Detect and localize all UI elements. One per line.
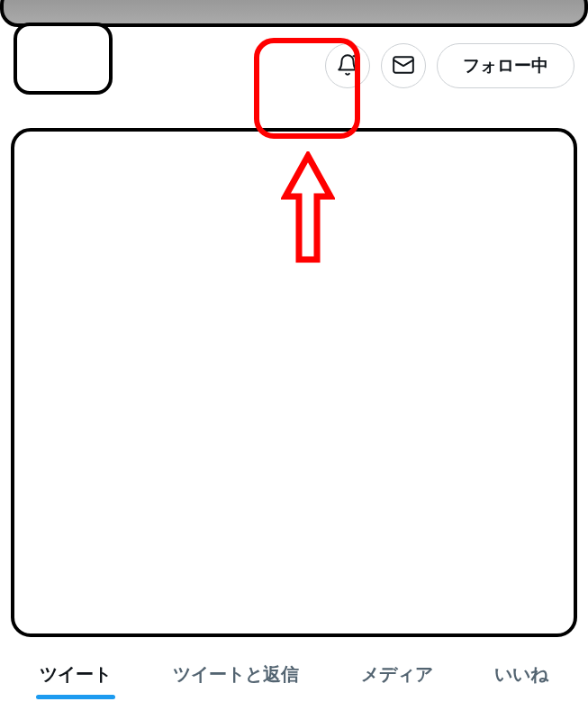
tab-label: ツイートと返信	[173, 664, 299, 684]
bell-plus-icon	[336, 53, 359, 79]
tab-tweets[interactable]: ツイート	[36, 653, 115, 699]
tab-tweets-replies[interactable]: ツイートと返信	[169, 653, 303, 699]
tab-media[interactable]: メディア	[357, 653, 437, 699]
profile-header: フォロー中	[0, 27, 588, 117]
profile-tabs: ツイート ツイートと返信 メディア いいね	[0, 653, 588, 699]
notify-button[interactable]	[325, 43, 370, 88]
following-button[interactable]: フォロー中	[437, 43, 574, 88]
tab-label: ツイート	[40, 664, 112, 684]
profile-actions: フォロー中	[325, 43, 574, 88]
message-button[interactable]	[381, 43, 426, 88]
profile-bio-area	[11, 128, 577, 637]
tab-label: メディア	[361, 664, 433, 684]
tab-label: いいね	[494, 664, 548, 684]
following-label: フォロー中	[463, 54, 548, 77]
avatar[interactable]	[14, 23, 113, 95]
tab-likes[interactable]: いいね	[491, 653, 552, 699]
envelope-icon	[392, 53, 415, 79]
